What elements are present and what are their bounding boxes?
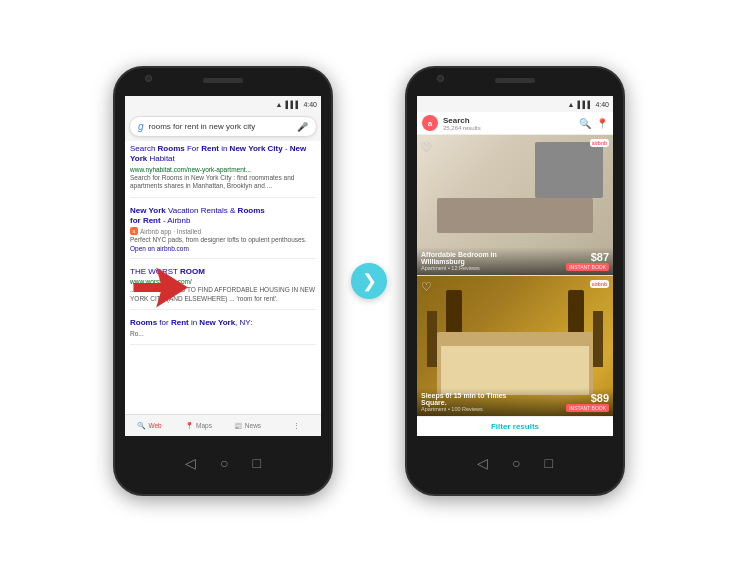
time-left: 4:40 bbox=[303, 101, 317, 108]
status-bar-left: ▲ ▌▌▌ 4:40 bbox=[125, 96, 321, 112]
listing-price-2: $89 INSTANT BOOK bbox=[566, 392, 609, 412]
signal-icon: ▌▌▌ bbox=[285, 101, 300, 108]
airbnb-search-title: Search bbox=[443, 116, 574, 125]
tab-more[interactable]: ⋮ bbox=[272, 422, 321, 430]
phone-top-bar-left bbox=[115, 68, 331, 96]
forward-arrow-icon: ❯ bbox=[362, 270, 377, 292]
more-icon: ⋮ bbox=[293, 422, 300, 430]
airbnb-header: a Search 25,264 results 🔍 📍 bbox=[417, 112, 613, 135]
phone-camera-left bbox=[145, 75, 152, 82]
phone-bottom-bar-left: ◁ ○ □ bbox=[115, 436, 331, 494]
location-icon-airbnb[interactable]: 📍 bbox=[596, 118, 608, 129]
tab-web[interactable]: 🔍 Web bbox=[125, 422, 174, 430]
mic-icon[interactable]: 🎤 bbox=[297, 122, 308, 132]
google-search-bar[interactable]: g rooms for rent in new york city 🎤 bbox=[129, 116, 317, 137]
airbnb-logo: a bbox=[422, 115, 438, 131]
home-icon-right[interactable]: ○ bbox=[512, 455, 520, 471]
listing-title-1: Affordable Bedroom in Williamsburg bbox=[421, 251, 531, 265]
phone-bottom-bar-right: ◁ ○ □ bbox=[407, 436, 623, 494]
result-snippet-1: Search for Rooms in New York City : find… bbox=[130, 174, 316, 191]
recents-icon-left[interactable]: □ bbox=[253, 455, 261, 471]
tab-maps-label: Maps bbox=[196, 422, 212, 429]
listing-overlay-2: Sleeps 6! 15 min to Times Square. Apartm… bbox=[417, 388, 613, 416]
open-link[interactable]: Open on airbnb.com bbox=[130, 245, 316, 252]
listing-info-2: Sleeps 6! 15 min to Times Square. Apartm… bbox=[421, 392, 531, 412]
main-scene: ▲ ▌▌▌ 4:40 g rooms for rent in new york … bbox=[0, 0, 738, 562]
time-right: 4:40 bbox=[595, 101, 609, 108]
listing-subtitle-1: Apartment • 12 Reviews bbox=[421, 265, 531, 271]
listing-overlay-1: Affordable Bedroom in Williamsburg Apart… bbox=[417, 247, 613, 275]
heart-icon-2[interactable]: ♡ bbox=[421, 280, 432, 294]
phone-left: ▲ ▌▌▌ 4:40 g rooms for rent in new york … bbox=[113, 66, 333, 496]
wifi-icon: ▲ bbox=[276, 101, 283, 108]
bottom-tabs: 🔍 Web 📍 Maps 📰 News ⋮ bbox=[125, 414, 321, 436]
news-icon: 📰 bbox=[234, 422, 243, 430]
airbnb-search-info: Search 25,264 results bbox=[443, 116, 574, 131]
recents-icon-right[interactable]: □ bbox=[545, 455, 553, 471]
filter-results-button[interactable]: Filter results bbox=[491, 422, 539, 431]
red-arrow bbox=[133, 263, 193, 313]
signal-icon-right: ▌▌▌ bbox=[577, 101, 592, 108]
lamp-left bbox=[427, 311, 437, 367]
kitchen-counter bbox=[437, 198, 594, 233]
result-snippet-4: Ro... bbox=[130, 330, 316, 338]
phone-camera-right bbox=[437, 75, 444, 82]
instant-book-2: INSTANT BOOK bbox=[566, 404, 609, 412]
wifi-icon-right: ▲ bbox=[568, 101, 575, 108]
airbnb-badge-1: airbnb bbox=[590, 139, 609, 147]
search-query: rooms for rent in new york city bbox=[149, 122, 292, 131]
kitchen-cabinets bbox=[535, 142, 604, 198]
listings-container: ♡ airbnb Affordable Bedroom in Williamsb… bbox=[417, 135, 613, 416]
phone-speaker-right bbox=[495, 78, 535, 83]
result-title-4: Rooms for Rent in New York, NY: bbox=[130, 318, 316, 328]
tab-web-label: Web bbox=[148, 422, 161, 429]
listing-card-1[interactable]: ♡ airbnb Affordable Bedroom in Williamsb… bbox=[417, 135, 613, 275]
result-title-1: Search Rooms For Rent in New York City -… bbox=[130, 144, 316, 165]
web-search-icon: 🔍 bbox=[137, 422, 146, 430]
listing-subtitle-2: Apartment • 100 Reviews bbox=[421, 406, 531, 412]
heart-icon-1[interactable]: ♡ bbox=[421, 139, 432, 153]
airbnb-screen: ▲ ▌▌▌ 4:40 a Search 25,264 results 🔍 bbox=[417, 96, 613, 436]
phone-top-bar-right bbox=[407, 68, 623, 96]
result-item-4[interactable]: Rooms for Rent in New York, NY: Ro... bbox=[130, 318, 316, 345]
result-title-airbnb: New York Vacation Rentals & Rooms for Re… bbox=[130, 206, 316, 227]
result-item-1[interactable]: Search Rooms For Rent in New York City -… bbox=[130, 144, 316, 198]
airbnb-snippet: Perfect NYC pads, from designer lofts to… bbox=[130, 236, 316, 244]
result-url-1: www.nyhabitat.com/new-york-apartment... bbox=[130, 166, 316, 173]
tab-maps[interactable]: 📍 Maps bbox=[174, 422, 223, 430]
price-amount-2: $89 bbox=[591, 392, 609, 404]
search-icon-airbnb[interactable]: 🔍 bbox=[579, 118, 591, 129]
price-amount-1: $87 bbox=[591, 251, 609, 263]
airbnb-badge-2: airbnb bbox=[590, 280, 609, 288]
back-icon-left[interactable]: ◁ bbox=[185, 455, 196, 471]
app-installed-row: a Airbnb app · Installed bbox=[130, 227, 316, 235]
lamp-right bbox=[593, 311, 603, 367]
listing-card-2[interactable]: ♡ airbnb Sleeps 6! 15 min to Times Squar… bbox=[417, 276, 613, 416]
google-g-icon: g bbox=[138, 121, 144, 132]
status-bar-right: ▲ ▌▌▌ 4:40 bbox=[417, 96, 613, 112]
back-icon-right[interactable]: ◁ bbox=[477, 455, 488, 471]
listing-price-1: $87 INSTANT BOOK bbox=[566, 251, 609, 271]
listing-info-1: Affordable Bedroom in Williamsburg Apart… bbox=[421, 251, 531, 271]
phone-screen-right: ▲ ▌▌▌ 4:40 a Search 25,264 results 🔍 bbox=[417, 96, 613, 436]
app-installed-text: Airbnb app · Installed bbox=[140, 228, 201, 235]
airbnb-app-dot: a bbox=[130, 227, 138, 235]
maps-icon: 📍 bbox=[185, 422, 194, 430]
phone-speaker-left bbox=[203, 78, 243, 83]
airbnb-header-icons: 🔍 📍 bbox=[579, 118, 608, 129]
instant-book-1: INSTANT BOOK bbox=[566, 263, 609, 271]
result-item-airbnb[interactable]: New York Vacation Rentals & Rooms for Re… bbox=[130, 206, 316, 259]
airbnb-results-count: 25,264 results bbox=[443, 125, 574, 131]
listing-title-2: Sleeps 6! 15 min to Times Square. bbox=[421, 392, 531, 406]
phone-right: ▲ ▌▌▌ 4:40 a Search 25,264 results 🔍 bbox=[405, 66, 625, 496]
tab-news-label: News bbox=[245, 422, 261, 429]
forward-arrow-button[interactable]: ❯ bbox=[351, 263, 387, 299]
home-icon-left[interactable]: ○ bbox=[220, 455, 228, 471]
svg-marker-0 bbox=[133, 268, 188, 308]
tab-news[interactable]: 📰 News bbox=[223, 422, 272, 430]
filter-bar[interactable]: Filter results bbox=[417, 416, 613, 436]
